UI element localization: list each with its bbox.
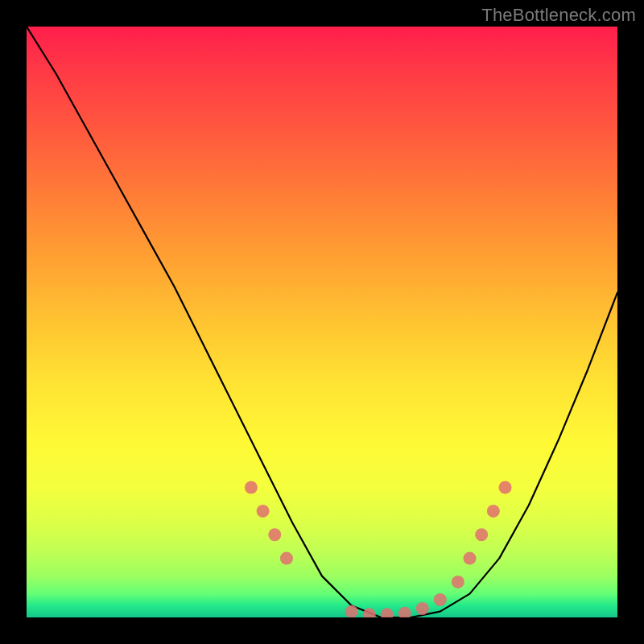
plot-area bbox=[27, 27, 617, 617]
marker-dots bbox=[245, 481, 512, 617]
marker-dot bbox=[245, 481, 258, 494]
marker-dot bbox=[499, 481, 512, 494]
marker-dot bbox=[381, 608, 394, 617]
marker-dot bbox=[475, 528, 488, 541]
marker-dot bbox=[268, 528, 281, 541]
curve-svg bbox=[27, 27, 617, 617]
watermark-text: TheBottleneck.com bbox=[481, 5, 636, 26]
marker-dot bbox=[363, 608, 376, 617]
marker-dot bbox=[280, 552, 293, 565]
marker-dot bbox=[452, 576, 464, 588]
marker-dot bbox=[416, 602, 429, 615]
marker-dot bbox=[257, 505, 270, 518]
chart-frame: TheBottleneck.com bbox=[0, 0, 644, 644]
marker-dot bbox=[434, 593, 447, 606]
curve-line bbox=[27, 27, 617, 617]
marker-dot bbox=[487, 505, 500, 518]
marker-dot bbox=[398, 607, 411, 617]
marker-dot bbox=[464, 552, 477, 565]
marker-dot bbox=[345, 605, 358, 617]
